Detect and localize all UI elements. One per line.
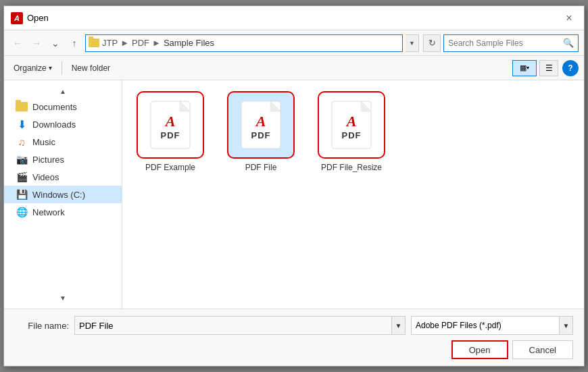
back-button[interactable]: ← (9, 35, 26, 51)
main-content: ▲ Documents ⬇ Downloads ♫ (4, 80, 584, 309)
search-icon: 🔍 (563, 38, 574, 48)
filename-input-wrap (74, 316, 392, 335)
view-toggle-group: ▦ ▾ ☰ (512, 60, 558, 76)
details-view-button[interactable]: ☰ (539, 60, 558, 76)
videos-icon: 🎬 (15, 171, 28, 182)
sidebar-item-music[interactable]: ♫ Music (4, 133, 122, 151)
sidebar-item-windows[interactable]: 💾 Windows (C:) (4, 186, 122, 203)
file-name-pdf-example: PDF Example (145, 163, 195, 172)
address-dropdown-button[interactable]: ▼ (406, 34, 419, 52)
music-icon: ♫ (15, 136, 28, 147)
svg-text:A: A (164, 113, 176, 130)
pictures-icon: 📷 (15, 154, 28, 165)
sidebar-item-documents[interactable]: Documents (4, 98, 122, 115)
file-item-pdf-example[interactable]: A PDF PDF Example (133, 91, 207, 172)
close-button[interactable]: × (561, 10, 577, 26)
sidebar-item-pictures[interactable]: 📷 Pictures (4, 151, 122, 168)
address-path: JTP ► PDF ► Sample Files (102, 38, 214, 48)
new-folder-button[interactable]: New folder (68, 62, 114, 74)
svg-text:PDF: PDF (161, 130, 180, 140)
toolbar: Organize ▾ New folder ▦ ▾ ☰ ? (4, 56, 584, 80)
pdf-page-svg: A PDF (331, 101, 372, 149)
file-item-pdf-file-resize[interactable]: A PDF PDF File_Resize (314, 91, 389, 172)
large-icons-icon: ▦ (520, 63, 526, 72)
sidebar: ▲ Documents ⬇ Downloads ♫ (4, 80, 122, 309)
pdf-page-svg: A PDF (241, 101, 281, 149)
file-icon-pdf-file: A PDF (227, 91, 295, 159)
filename-field[interactable] (79, 321, 387, 331)
windows-icon: 💾 (15, 189, 28, 200)
help-button[interactable]: ? (562, 60, 579, 76)
app-icon: A (11, 12, 23, 24)
dropdown-nav-button[interactable]: ⌄ (47, 35, 64, 51)
files-area: A PDF PDF Example A (122, 80, 584, 309)
dialog-title: Open (27, 13, 561, 23)
sidebar-item-label: Network (32, 207, 65, 217)
title-bar: A Open × (4, 6, 584, 30)
forward-button[interactable]: → (28, 35, 45, 51)
sidebar-item-label: Windows (C:) (32, 190, 85, 200)
open-button[interactable]: Open (451, 340, 508, 359)
filetype-dropdown-button[interactable]: ▼ (560, 316, 573, 335)
sidebar-item-network[interactable]: 🌐 Network (4, 203, 122, 221)
view-dropdown-icon: ▾ (526, 65, 529, 71)
address-bar: ← → ⌄ ↑ JTP ► PDF ► Sample Files ▼ ↻ 🔍 (4, 30, 584, 56)
file-name-pdf-file-resize: PDF File_Resize (321, 163, 382, 172)
svg-text:A: A (345, 113, 357, 130)
file-item-pdf-file[interactable]: A PDF PDF File (224, 91, 298, 172)
file-name-pdf-file: PDF File (245, 163, 277, 172)
pdf-icon: A PDF (324, 95, 378, 155)
file-icon-pdf-file-resize: A PDF (318, 91, 385, 159)
sidebar-item-label: Pictures (32, 155, 64, 165)
svg-text:A: A (255, 113, 266, 130)
up-button[interactable]: ↑ (66, 35, 82, 51)
sidebar-scroll-up[interactable]: ▲ (4, 84, 122, 98)
toolbar-separator (62, 61, 62, 75)
svg-text:PDF: PDF (342, 130, 362, 140)
svg-text:PDF: PDF (251, 130, 271, 140)
pdf-page-svg: A PDF (150, 101, 191, 149)
large-icons-view-button[interactable]: ▦ ▾ (512, 60, 537, 76)
filename-row: File name: ▼ Adobe PDF Files (*.pdf) ▼ (15, 316, 573, 335)
search-box: 🔍 (443, 34, 579, 52)
pdf-icon: A PDF (143, 95, 197, 155)
sidebar-item-label: Music (32, 137, 55, 147)
search-input[interactable] (448, 38, 563, 48)
cancel-button[interactable]: Cancel (512, 340, 573, 359)
sidebar-item-videos[interactable]: 🎬 Videos (4, 168, 122, 186)
filetype-select: Adobe PDF Files (*.pdf) (411, 316, 560, 335)
filename-dropdown-button[interactable]: ▼ (392, 316, 406, 335)
toolbar-right: ▦ ▾ ☰ ? (512, 60, 579, 76)
network-icon: 🌐 (15, 207, 28, 217)
action-buttons-row: Open Cancel (15, 340, 573, 359)
bottom-bar: File name: ▼ Adobe PDF Files (*.pdf) ▼ O… (4, 309, 584, 366)
organize-button[interactable]: Organize ▾ (9, 62, 56, 74)
file-icon-pdf-example: A PDF (137, 91, 204, 159)
sidebar-item-label: Videos (32, 172, 59, 182)
sidebar-scroll-down[interactable]: ▼ (4, 291, 122, 304)
sidebar-item-label: Downloads (32, 119, 76, 130)
pdf-icon: A PDF (234, 95, 288, 155)
sidebar-item-label: Documents (32, 102, 77, 112)
open-dialog: A Open × ← → ⌄ ↑ JTP ► PDF ► Sample File… (3, 5, 585, 367)
refresh-button[interactable]: ↻ (423, 34, 441, 52)
sidebar-scroll-area: Documents ⬇ Downloads ♫ Music 📷 (4, 98, 122, 291)
downloads-icon: ⬇ (15, 119, 28, 130)
documents-icon (15, 101, 28, 112)
filename-label: File name: (15, 321, 69, 331)
details-icon: ☰ (545, 63, 553, 73)
sidebar-item-downloads[interactable]: ⬇ Downloads (4, 115, 122, 133)
